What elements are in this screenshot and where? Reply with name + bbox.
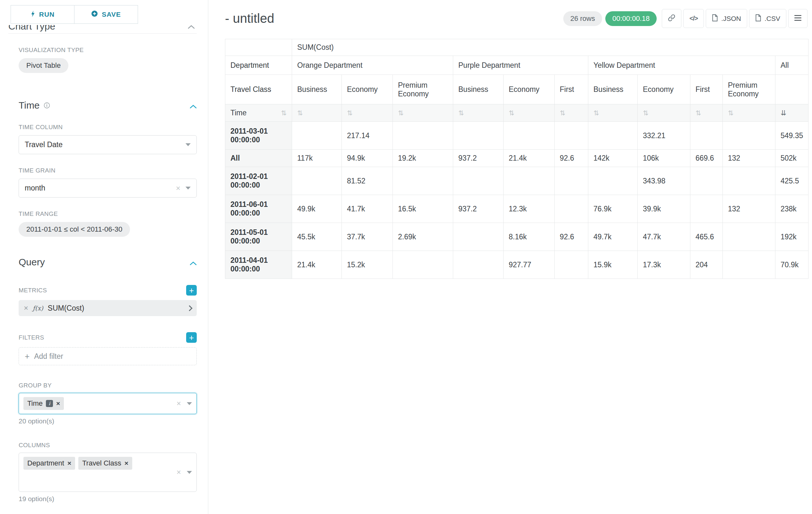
export-button-group: </> .JSON .CSV <box>662 9 808 28</box>
code-icon: </> <box>689 15 698 22</box>
sort-cell[interactable]: ⇅ <box>292 104 342 122</box>
export-json-label: .JSON <box>721 15 741 23</box>
sort-icon[interactable]: ⇅ <box>398 109 404 117</box>
copy-link-button[interactable] <box>662 9 682 28</box>
travel-class-axis-label: Travel Class <box>225 75 292 104</box>
control-panel-sidebar: RUN SAVE Chart Type VISUALIZATION TYPE P… <box>0 0 208 514</box>
columns-select[interactable]: Department × Travel Class × × <box>19 453 197 492</box>
remove-chip-icon[interactable]: × <box>124 459 128 467</box>
group-by-select[interactable]: Time i × × <box>19 393 197 414</box>
add-filter-plus-button[interactable]: + <box>186 332 197 343</box>
sort-icon[interactable]: ⇅ <box>509 109 515 117</box>
add-metric-button[interactable]: + <box>186 285 197 296</box>
clear-icon[interactable]: × <box>176 184 180 192</box>
pivot-cell: 332.21 <box>638 122 690 150</box>
columns-chip[interactable]: Department × <box>23 457 75 470</box>
sort-icon[interactable]: ⇅ <box>696 109 701 117</box>
all-column-header: All <box>775 56 809 75</box>
caret-down-icon <box>187 471 192 474</box>
sort-cell[interactable]: ⇅ <box>588 104 638 122</box>
remove-metric-icon[interactable]: × <box>24 304 28 313</box>
pivot-cell: 117k <box>292 150 342 167</box>
pivot-cell: 76.9k <box>588 195 638 223</box>
sort-icon[interactable]: ⇅ <box>458 109 464 117</box>
pivot-cell: 132 <box>723 195 775 223</box>
sort-row: Time ⇅ ⇅ ⇅ ⇅ ⇅ ⇅ ⇅ ⇅ ⇅ ⇅ ⇅ ⇊ <box>225 104 809 122</box>
time-range-value[interactable]: 2011-01-01 ≤ col < 2011-06-30 <box>19 222 130 237</box>
run-save-button-group: RUN SAVE <box>10 5 197 24</box>
pivot-cell: 465.6 <box>690 223 723 251</box>
sort-cell[interactable]: ⇅ <box>555 104 588 122</box>
sort-icon[interactable]: ⇅ <box>593 109 599 117</box>
pivot-cell: 16.5k <box>393 195 453 223</box>
pivot-cell <box>393 167 453 195</box>
time-axis-cell: Time ⇅ <box>225 104 292 122</box>
time-range-label: TIME RANGE <box>19 210 197 217</box>
pivot-cell: 937.2 <box>453 150 503 167</box>
add-filter-label: Add filter <box>34 352 63 361</box>
sort-cell[interactable]: ⇅ <box>503 104 555 122</box>
pivot-cell: 106k <box>638 150 690 167</box>
group-by-chip[interactable]: Time i × <box>23 397 64 410</box>
sort-icon[interactable]: ⇅ <box>297 109 303 117</box>
remove-chip-icon[interactable]: × <box>67 459 71 467</box>
pivot-cell: 669.6 <box>690 150 723 167</box>
pivot-cell <box>503 122 555 150</box>
sort-cell[interactable]: ⇅ <box>723 104 775 122</box>
pivot-cell: 17.3k <box>638 251 690 279</box>
pivot-cell: 47.7k <box>638 223 690 251</box>
sort-cell[interactable]: ⇊ <box>775 104 809 122</box>
metric-item[interactable]: × ƒ(x) SUM(Cost) <box>19 300 197 316</box>
save-button[interactable]: SAVE <box>74 5 138 24</box>
sort-cell[interactable]: ⇅ <box>393 104 453 122</box>
time-grain-value: month <box>25 184 45 192</box>
sort-icon[interactable]: ⇅ <box>643 109 649 117</box>
clear-icon[interactable]: × <box>176 468 181 476</box>
sort-icon[interactable]: ⇅ <box>347 109 353 117</box>
pivot-cell: 21.4k <box>292 251 342 279</box>
export-json-button[interactable]: .JSON <box>706 9 747 28</box>
remove-chip-icon[interactable]: × <box>56 400 60 407</box>
run-button[interactable]: RUN <box>10 5 75 24</box>
pivot-cell <box>588 122 638 150</box>
sort-cell[interactable]: ⇅ <box>342 104 393 122</box>
column-header: First <box>555 75 588 104</box>
column-header: Business <box>292 75 342 104</box>
sort-icon[interactable]: ⇅ <box>281 109 287 117</box>
sort-descending-icon[interactable]: ⇊ <box>781 109 786 117</box>
query-section-title: Query <box>19 257 45 268</box>
pivot-cell <box>690 195 723 223</box>
pivot-cell: 142k <box>588 150 638 167</box>
caret-down-icon <box>187 402 192 405</box>
table-row: 2011-06-01 00:00:00 49.9k 41.7k 16.5k 93… <box>225 195 809 223</box>
sort-icon[interactable]: ⇅ <box>560 109 566 117</box>
plus-icon: + <box>25 352 30 360</box>
more-menu-button[interactable] <box>788 9 808 28</box>
pivot-cell: 15.9k <box>588 251 638 279</box>
columns-chip[interactable]: Travel Class × <box>78 457 132 470</box>
add-filter-dropzone[interactable]: + Add filter <box>19 347 197 365</box>
info-icon <box>44 100 50 111</box>
pivot-cell <box>292 167 342 195</box>
group-header: Yellow Department <box>588 56 775 75</box>
collapse-chevron-icon[interactable] <box>190 100 197 111</box>
clear-icon[interactable]: × <box>176 400 181 407</box>
columns-chip-label: Department <box>27 459 64 467</box>
query-section-header: Query <box>19 257 197 268</box>
pivot-cell: 132 <box>723 150 775 167</box>
pivot-cell: 502k <box>775 150 809 167</box>
chart-title[interactable]: - untitled <box>225 11 274 26</box>
column-header: Premium Economy <box>393 75 453 104</box>
pivot-cell <box>453 122 503 150</box>
visualization-type-value[interactable]: Pivot Table <box>19 58 68 73</box>
collapse-chevron-icon[interactable] <box>190 257 197 268</box>
time-grain-select[interactable]: month × <box>19 179 197 197</box>
sort-cell[interactable]: ⇅ <box>638 104 690 122</box>
export-csv-button[interactable]: .CSV <box>749 9 786 28</box>
sort-cell[interactable]: ⇅ <box>690 104 723 122</box>
embed-code-button[interactable]: </> <box>683 9 704 28</box>
sort-cell[interactable]: ⇅ <box>453 104 503 122</box>
sort-icon[interactable]: ⇅ <box>728 109 734 117</box>
department-axis-label: Department <box>225 56 292 75</box>
time-column-select[interactable]: Travel Date <box>19 135 197 154</box>
